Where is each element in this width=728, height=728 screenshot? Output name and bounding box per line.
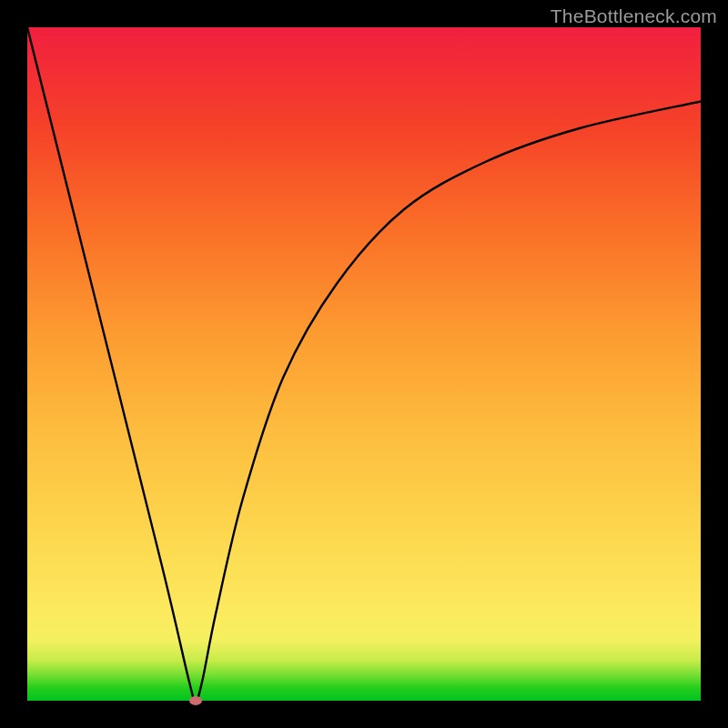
chart-frame: TheBottleneck.com <box>0 0 728 728</box>
bottleneck-curve <box>27 27 701 701</box>
plot-area <box>27 27 701 701</box>
min-marker <box>189 696 202 705</box>
watermark-text: TheBottleneck.com <box>551 5 717 27</box>
